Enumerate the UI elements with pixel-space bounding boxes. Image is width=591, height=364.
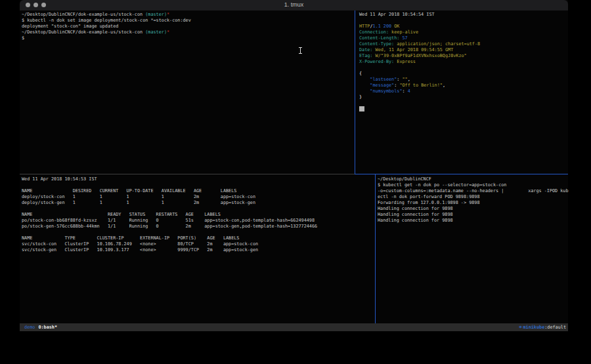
terminal-line: Connection: keep-alive (359, 30, 569, 35)
terminal-line (359, 100, 569, 106)
terminal-line: Content-Type: application/json; charset=… (359, 41, 569, 47)
tmux-terminal: ~/Desktop/DublinCNCF/dok-example-us/stoc… (20, 10, 568, 331)
terminal-line: -o=custom-columns=:metadata.name --no-he… (378, 188, 569, 194)
pane-divider-vertical-bottom[interactable] (375, 174, 376, 323)
terminal-line: { (359, 71, 569, 77)
tmux-window-label[interactable]: 0:bash* (38, 325, 57, 330)
terminal-line: deploy/stock-con 1 1 1 1 2m app=stock-co… (22, 194, 376, 200)
terminal-line: $ kubectl -n dok set image deployment/st… (22, 18, 355, 24)
pane-divider-vertical-top[interactable] (355, 10, 355, 174)
terminal-line (22, 230, 376, 235)
window-titlebar[interactable]: 1. tmux (20, 0, 568, 10)
tmux-session-name: demo (24, 325, 35, 330)
pane-divider-horizontal-right[interactable] (355, 174, 568, 174)
pane-bottom-right-port-forward[interactable]: ~/Desktop/DublinCNCF$ kubectl get -n dok… (376, 175, 569, 325)
window-title: 1. tmux (20, 1, 568, 8)
pane-top-left-shell[interactable]: ~/Desktop/DublinCNCF/dok-example-us/stoc… (20, 10, 355, 175)
terminal-line: HTTP/1.1 200 OK (359, 24, 569, 30)
pane-top-right-http-response[interactable]: Wed 11 Apr 2018 10:54:54 ISTHTTP/1.1 200… (357, 10, 569, 175)
terminal-line: Content-Length: 57 (359, 35, 569, 41)
tmux-status-right: ☸minikube:default (519, 323, 566, 331)
terminal-line: po/stock-gen-576cc688bb-44kmn 1/1 Runnin… (22, 224, 376, 230)
terminal-line: $ (22, 35, 355, 41)
terminal-line: "message": "Off to Berlin!", (359, 83, 569, 89)
terminal-line: po/stock-con-bb68f88fd-kzsxz 1/1 Running… (22, 218, 376, 224)
terminal-line: ~/Desktop/DublinCNCF/dok-example-us/stoc… (22, 30, 355, 35)
tmux-status-left: demo0:bash* (24, 323, 57, 331)
terminal-line: ETag: W/"39-0xBPf9aF1dXVNxhsxoBQgJ8vKzo" (359, 53, 569, 59)
pane-bottom-left-kubectl-get[interactable]: Wed 11 Apr 2018 10:54:53 ISTNAME DESIRED… (20, 175, 376, 325)
tmux-status-bar: demo0:bash* ☸minikube:default (20, 323, 568, 331)
terminal-line: NAME TYPE CLUSTER-IP EXTERNAL-IP PORT(S)… (22, 235, 376, 241)
terminal-window: 1. tmux ~/Desktop/DublinCNCF/dok-example… (20, 0, 568, 331)
terminal-line: deploy/stock-gen 1 1 1 1 2m app=stock-ge… (22, 200, 376, 206)
terminal-line: Wed 11 Apr 2018 10:54:54 IST (359, 12, 569, 18)
terminal-line: ~/Desktop/DublinCNCF/dok-example-us/stoc… (22, 12, 355, 18)
terminal-line: NAME DESIRED CURRENT UP-TO-DATE AVAILABL… (22, 188, 376, 194)
terminal-line: "numsymbols": 4 (359, 89, 569, 94)
kube-namespace-label: :default (544, 325, 566, 330)
kubernetes-helm-icon: ☸ (519, 325, 521, 330)
terminal-line: "lastseen": "", (359, 77, 569, 83)
terminal-line (22, 206, 376, 212)
terminal-line: NAME READY STATUS RESTARTS AGE LABELS (22, 212, 376, 218)
terminal-line: } (359, 94, 569, 100)
terminal-line: X-Powered-By: Express (359, 59, 569, 65)
pane-divider-horizontal-left[interactable] (20, 174, 355, 174)
terminal-line: Date: Wed, 11 Apr 2018 09:54:55 GMT (359, 47, 569, 53)
mouse-cursor-ibeam-icon (299, 47, 302, 54)
terminal-line: Wed 11 Apr 2018 10:54:53 IST (22, 176, 376, 182)
terminal-line: Forwarding from 127.0.0.1:9898 -> 9898 (378, 200, 569, 206)
terminal-line (22, 182, 376, 188)
kube-context-label: minikube (523, 325, 545, 330)
terminal-line: ~/Desktop/DublinCNCF (378, 176, 569, 182)
terminal-line: Handling connection for 9898 (378, 218, 569, 224)
terminal-line: deployment "stock-con" image updated (22, 24, 355, 30)
terminal-line: $ kubectl get -n dok po --selector=app=s… (378, 182, 569, 188)
terminal-line: Handling connection for 9898 (378, 206, 569, 212)
terminal-line: ectl -n dok port-forward POD 9898:9898 (378, 194, 569, 200)
terminal-line (359, 18, 569, 24)
terminal-line: svc/stock-gen ClusterIP 10.109.3.177 <no… (22, 247, 376, 253)
terminal-line (359, 106, 569, 112)
terminal-line: Handling connection for 9898 (378, 212, 569, 218)
terminal-line: svc/stock-con ClusterIP 10.106.78.249 <n… (22, 241, 376, 247)
terminal-line (359, 65, 569, 71)
